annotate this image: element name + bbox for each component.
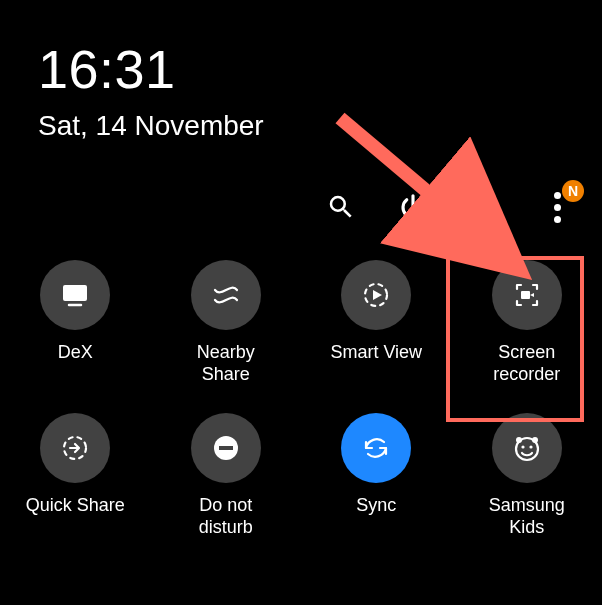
svg-text:DeX: DeX [66,289,84,299]
svg-line-14 [340,118,500,253]
tile-do-not-disturb[interactable]: Do not disturb [151,413,302,538]
svg-point-11 [532,437,538,443]
tile-samsung-kids[interactable]: Samsung Kids [452,413,603,538]
panel-actions: N [324,190,574,224]
svg-point-10 [516,437,522,443]
samsung-kids-icon [492,413,562,483]
clock-time: 16:31 [38,38,264,100]
tile-label: Samsung Kids [489,495,565,538]
search-icon[interactable] [324,190,358,224]
more-icon[interactable]: N [540,190,574,224]
svg-rect-5 [521,291,530,299]
tile-quick-share[interactable]: Quick Share [0,413,151,538]
tile-label: Screen recorder [493,342,560,385]
settings-icon[interactable] [468,190,502,224]
notification-badge: N [562,180,584,202]
tile-label: Sync [356,495,396,517]
svg-marker-4 [373,290,382,300]
do-not-disturb-icon [191,413,261,483]
screen-recorder-icon [492,260,562,330]
smart-view-icon [341,260,411,330]
tile-label: Do not disturb [199,495,253,538]
clock-date: Sat, 14 November [38,110,264,142]
dex-icon: DeX [40,260,110,330]
tile-dex[interactable]: DeX DeX [0,260,151,385]
kebab-icon [554,192,561,223]
tile-label: Quick Share [26,495,125,517]
svg-rect-8 [219,446,233,450]
tile-smart-view[interactable]: Smart View [301,260,452,385]
svg-point-13 [529,446,532,449]
tile-sync[interactable]: Sync [301,413,452,538]
nearby-share-icon [191,260,261,330]
status-area: 16:31 Sat, 14 November [38,38,264,142]
tile-label: Nearby Share [197,342,255,385]
sync-icon [341,413,411,483]
tile-nearby-share[interactable]: Nearby Share [151,260,302,385]
tile-label: Smart View [330,342,422,364]
quick-share-icon [40,413,110,483]
tile-label: DeX [58,342,93,364]
quick-settings-grid: DeX DeX Nearby Share Smart View Screen r… [0,260,602,538]
tile-screen-recorder[interactable]: Screen recorder [452,260,603,385]
power-icon[interactable] [396,190,430,224]
svg-point-12 [521,446,524,449]
